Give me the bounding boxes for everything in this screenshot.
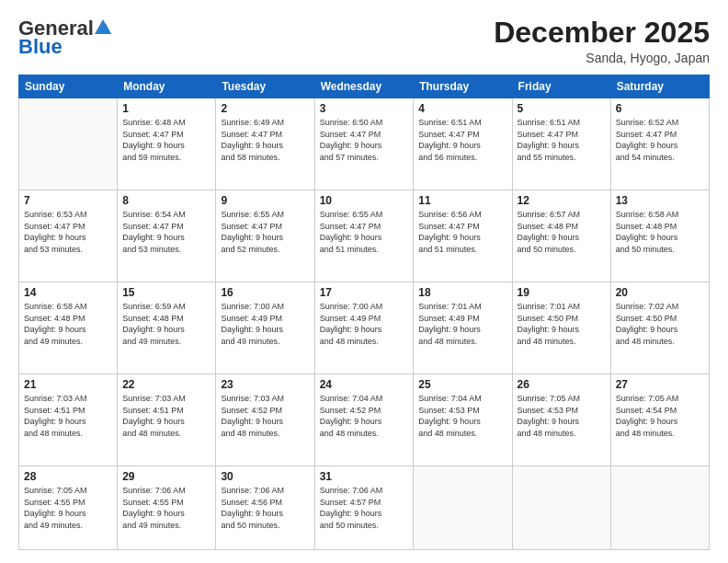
day-info: Sunrise: 7:01 AM Sunset: 4:49 PM Dayligh… xyxy=(418,301,506,347)
calendar-cell: 3Sunrise: 6:50 AM Sunset: 4:47 PM Daylig… xyxy=(314,98,414,190)
calendar-body: 1Sunrise: 6:48 AM Sunset: 4:47 PM Daylig… xyxy=(19,98,710,550)
month-title: December 2025 xyxy=(494,17,710,49)
weekday-header: Monday xyxy=(118,75,216,98)
calendar-week-row: 7Sunrise: 6:53 AM Sunset: 4:47 PM Daylig… xyxy=(19,190,710,282)
weekday-header: Sunday xyxy=(19,75,118,98)
weekday-header: Saturday xyxy=(610,75,709,98)
calendar-cell: 2Sunrise: 6:49 AM Sunset: 4:47 PM Daylig… xyxy=(216,98,314,190)
day-number: 5 xyxy=(518,102,606,115)
day-number: 20 xyxy=(616,286,704,299)
calendar-cell xyxy=(610,466,709,550)
weekday-header: Tuesday xyxy=(216,75,314,98)
calendar-week-row: 14Sunrise: 6:58 AM Sunset: 4:48 PM Dayli… xyxy=(19,282,710,374)
location: Sanda, Hyogo, Japan xyxy=(494,51,710,65)
day-info: Sunrise: 6:58 AM Sunset: 4:48 PM Dayligh… xyxy=(616,209,704,255)
calendar: SundayMondayTuesdayWednesdayThursdayFrid… xyxy=(18,75,710,550)
calendar-week-row: 21Sunrise: 7:03 AM Sunset: 4:51 PM Dayli… xyxy=(19,374,710,466)
day-info: Sunrise: 6:51 AM Sunset: 4:47 PM Dayligh… xyxy=(418,117,506,163)
calendar-cell: 6Sunrise: 6:52 AM Sunset: 4:47 PM Daylig… xyxy=(610,98,709,190)
day-number: 7 xyxy=(24,194,112,207)
day-info: Sunrise: 6:52 AM Sunset: 4:47 PM Dayligh… xyxy=(616,117,704,163)
day-number: 18 xyxy=(418,286,506,299)
day-info: Sunrise: 7:01 AM Sunset: 4:50 PM Dayligh… xyxy=(518,301,606,347)
day-info: Sunrise: 6:55 AM Sunset: 4:47 PM Dayligh… xyxy=(320,209,409,255)
calendar-cell: 10Sunrise: 6:55 AM Sunset: 4:47 PM Dayli… xyxy=(314,190,414,282)
day-info: Sunrise: 6:58 AM Sunset: 4:48 PM Dayligh… xyxy=(24,301,112,347)
calendar-cell: 29Sunrise: 7:06 AM Sunset: 4:55 PM Dayli… xyxy=(118,466,216,550)
calendar-cell xyxy=(512,466,610,550)
day-info: Sunrise: 6:49 AM Sunset: 4:47 PM Dayligh… xyxy=(221,117,309,163)
weekday-header: Thursday xyxy=(414,75,512,98)
day-info: Sunrise: 6:59 AM Sunset: 4:48 PM Dayligh… xyxy=(122,301,210,347)
day-info: Sunrise: 6:55 AM Sunset: 4:47 PM Dayligh… xyxy=(221,209,309,255)
weekday-header: Friday xyxy=(512,75,610,98)
day-number: 4 xyxy=(418,102,506,115)
day-number: 1 xyxy=(122,102,210,115)
calendar-cell: 16Sunrise: 7:00 AM Sunset: 4:49 PM Dayli… xyxy=(216,282,314,374)
calendar-cell: 4Sunrise: 6:51 AM Sunset: 4:47 PM Daylig… xyxy=(414,98,512,190)
day-info: Sunrise: 6:48 AM Sunset: 4:47 PM Dayligh… xyxy=(122,117,210,163)
calendar-cell: 9Sunrise: 6:55 AM Sunset: 4:47 PM Daylig… xyxy=(216,190,314,282)
day-number: 31 xyxy=(320,470,409,483)
logo-icon xyxy=(95,19,111,34)
day-info: Sunrise: 7:02 AM Sunset: 4:50 PM Dayligh… xyxy=(616,301,704,347)
day-info: Sunrise: 6:53 AM Sunset: 4:47 PM Dayligh… xyxy=(24,209,112,255)
calendar-week-row: 1Sunrise: 6:48 AM Sunset: 4:47 PM Daylig… xyxy=(19,98,710,190)
day-info: Sunrise: 7:04 AM Sunset: 4:53 PM Dayligh… xyxy=(418,393,506,439)
day-number: 27 xyxy=(616,378,704,391)
day-number: 11 xyxy=(418,194,506,207)
calendar-header-row: SundayMondayTuesdayWednesdayThursdayFrid… xyxy=(19,75,710,98)
calendar-cell: 8Sunrise: 6:54 AM Sunset: 4:47 PM Daylig… xyxy=(118,190,216,282)
weekday-header: Wednesday xyxy=(314,75,414,98)
calendar-cell: 7Sunrise: 6:53 AM Sunset: 4:47 PM Daylig… xyxy=(19,190,118,282)
calendar-cell: 20Sunrise: 7:02 AM Sunset: 4:50 PM Dayli… xyxy=(610,282,709,374)
day-info: Sunrise: 6:51 AM Sunset: 4:47 PM Dayligh… xyxy=(518,117,606,163)
day-number: 10 xyxy=(320,194,409,207)
calendar-cell: 23Sunrise: 7:03 AM Sunset: 4:52 PM Dayli… xyxy=(216,374,314,466)
calendar-cell: 12Sunrise: 6:57 AM Sunset: 4:48 PM Dayli… xyxy=(512,190,610,282)
header: General Blue December 2025 Sanda, Hyogo,… xyxy=(18,17,710,65)
day-number: 29 xyxy=(122,470,210,483)
calendar-cell: 28Sunrise: 7:05 AM Sunset: 4:55 PM Dayli… xyxy=(19,466,118,550)
day-info: Sunrise: 7:06 AM Sunset: 4:55 PM Dayligh… xyxy=(122,485,210,531)
calendar-cell: 19Sunrise: 7:01 AM Sunset: 4:50 PM Dayli… xyxy=(512,282,610,374)
day-info: Sunrise: 7:00 AM Sunset: 4:49 PM Dayligh… xyxy=(320,301,409,347)
calendar-week-row: 28Sunrise: 7:05 AM Sunset: 4:55 PM Dayli… xyxy=(19,466,710,550)
day-number: 3 xyxy=(320,102,409,115)
day-number: 12 xyxy=(518,194,606,207)
calendar-cell: 14Sunrise: 6:58 AM Sunset: 4:48 PM Dayli… xyxy=(19,282,118,374)
day-number: 19 xyxy=(518,286,606,299)
logo: General Blue xyxy=(18,17,111,59)
day-info: Sunrise: 7:06 AM Sunset: 4:56 PM Dayligh… xyxy=(221,485,309,531)
calendar-cell: 31Sunrise: 7:06 AM Sunset: 4:57 PM Dayli… xyxy=(314,466,414,550)
day-info: Sunrise: 6:56 AM Sunset: 4:47 PM Dayligh… xyxy=(418,209,506,255)
day-number: 14 xyxy=(24,286,112,299)
day-number: 25 xyxy=(418,378,506,391)
day-number: 6 xyxy=(616,102,704,115)
calendar-cell: 27Sunrise: 7:05 AM Sunset: 4:54 PM Dayli… xyxy=(610,374,709,466)
header-right: December 2025 Sanda, Hyogo, Japan xyxy=(494,17,710,65)
day-number: 9 xyxy=(221,194,309,207)
day-number: 24 xyxy=(320,378,409,391)
calendar-cell: 25Sunrise: 7:04 AM Sunset: 4:53 PM Dayli… xyxy=(414,374,512,466)
day-info: Sunrise: 7:03 AM Sunset: 4:51 PM Dayligh… xyxy=(122,393,210,439)
calendar-cell: 22Sunrise: 7:03 AM Sunset: 4:51 PM Dayli… xyxy=(118,374,216,466)
day-info: Sunrise: 7:05 AM Sunset: 4:54 PM Dayligh… xyxy=(616,393,704,439)
calendar-cell: 26Sunrise: 7:05 AM Sunset: 4:53 PM Dayli… xyxy=(512,374,610,466)
calendar-cell: 30Sunrise: 7:06 AM Sunset: 4:56 PM Dayli… xyxy=(216,466,314,550)
day-number: 22 xyxy=(122,378,210,391)
day-number: 30 xyxy=(221,470,309,483)
calendar-cell: 15Sunrise: 6:59 AM Sunset: 4:48 PM Dayli… xyxy=(118,282,216,374)
day-number: 16 xyxy=(221,286,309,299)
day-number: 8 xyxy=(122,194,210,207)
day-info: Sunrise: 7:03 AM Sunset: 4:51 PM Dayligh… xyxy=(24,393,112,439)
calendar-cell: 5Sunrise: 6:51 AM Sunset: 4:47 PM Daylig… xyxy=(512,98,610,190)
day-number: 26 xyxy=(518,378,606,391)
day-number: 28 xyxy=(24,470,112,483)
calendar-cell: 17Sunrise: 7:00 AM Sunset: 4:49 PM Dayli… xyxy=(314,282,414,374)
day-info: Sunrise: 7:04 AM Sunset: 4:52 PM Dayligh… xyxy=(320,393,409,439)
day-info: Sunrise: 6:50 AM Sunset: 4:47 PM Dayligh… xyxy=(320,117,409,163)
logo-blue: Blue xyxy=(18,35,63,59)
calendar-cell: 21Sunrise: 7:03 AM Sunset: 4:51 PM Dayli… xyxy=(19,374,118,466)
calendar-cell xyxy=(414,466,512,550)
